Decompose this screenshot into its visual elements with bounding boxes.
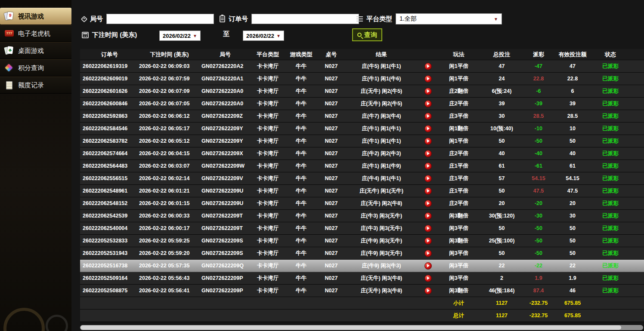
cell-replay <box>418 147 438 159</box>
table-row[interactable]: 260222052509164 2026-02-22 05:56:43 GN02… <box>80 272 644 285</box>
play-replay-button[interactable] <box>424 225 432 232</box>
cell-empty <box>592 310 629 322</box>
query-button[interactable]: 查询 <box>352 28 382 41</box>
cell-table-number: N027 <box>317 222 345 234</box>
play-replay-button[interactable] <box>424 63 432 70</box>
cell-game-type: 牛牛 <box>285 85 317 97</box>
column-header-status: 状态 <box>592 49 629 60</box>
table-row[interactable]: 260222062574664 2026-02-22 06:04:15 GN02… <box>80 147 644 160</box>
table-row[interactable]: 260222062619319 2026-02-22 06:09:03 GN02… <box>80 60 644 73</box>
sidebar-item-table-games[interactable]: 桌面游戏 <box>0 42 71 59</box>
play-replay-button[interactable] <box>424 75 432 83</box>
table-row[interactable]: 260222052516738 2026-02-22 05:57:35 GN02… <box>80 260 644 272</box>
cell-status: 已派彩 <box>592 172 629 184</box>
cell-status: 已派彩 <box>592 123 629 135</box>
play-replay-button[interactable] <box>424 175 432 182</box>
table-row[interactable]: 260222062600846 2026-02-22 06:07:05 GN02… <box>80 98 644 110</box>
column-header-total_bet: 总投注 <box>479 49 524 60</box>
round-number-input[interactable] <box>106 14 214 24</box>
cell-result: 庄(牛3) 闲3(无牛) <box>345 210 418 222</box>
cell-replay <box>418 210 438 222</box>
sidebar-item-video-games[interactable]: 视讯游戏 <box>0 8 71 25</box>
list-icon <box>356 16 363 21</box>
play-replay-button[interactable] <box>424 187 432 195</box>
table-row[interactable]: 260222062548152 2026-02-22 06:01:15 GN02… <box>80 197 644 210</box>
play-replay-button[interactable] <box>424 200 432 207</box>
cell-replay <box>418 135 438 147</box>
play-replay-button[interactable] <box>424 113 432 120</box>
table-row[interactable]: 260222062601626 2026-02-22 06:07:09 GN02… <box>80 85 644 98</box>
cell-table-number: N027 <box>317 60 345 72</box>
cell-result: 庄(牛9) 闲3(无牛) <box>345 247 418 259</box>
table-row[interactable]: 260222062540004 2026-02-22 06:00:17 GN02… <box>80 222 644 235</box>
order-number-input[interactable] <box>251 14 359 24</box>
cell-table-number: N027 <box>317 73 345 85</box>
cell-empty <box>200 310 251 322</box>
table-row[interactable]: 260222052532833 2026-02-22 05:59:25 GN02… <box>80 235 644 247</box>
cell-result: 庄(牛2) 闲2(牛3) <box>345 147 418 159</box>
date-to-select[interactable]: 2026/02/22 ▼ <box>243 31 284 41</box>
cell-payout: -10 <box>524 123 553 135</box>
cards-icon <box>4 12 14 21</box>
play-replay-button[interactable] <box>424 88 432 95</box>
table-row[interactable]: 260222062592863 2026-02-22 06:06:12 GN02… <box>80 110 644 123</box>
tag-icon <box>81 15 88 22</box>
sidebar-item-slot-machines[interactable]: 电子老虎机 <box>0 25 71 42</box>
table-row[interactable]: 260222052531943 2026-02-22 05:59:20 GN02… <box>80 247 644 260</box>
play-replay-button[interactable] <box>424 125 432 132</box>
cell-result: 庄(牛7) 闲3(牛4) <box>345 110 418 122</box>
horizontal-scrollbar[interactable] <box>80 325 643 330</box>
bet-time-label: 下注时间 (美东) <box>92 31 137 39</box>
clipboard-icon <box>220 15 225 22</box>
cell-extra <box>629 160 644 172</box>
cell-round-number: GN0272622209Q <box>200 260 251 272</box>
cell-extra <box>629 135 644 147</box>
cell-platform-type: 卡卡湾厅 <box>251 235 285 247</box>
cell-valid-bet: 50 <box>553 222 592 234</box>
table-row[interactable]: 260222062583782 2026-02-22 06:05:12 GN02… <box>80 135 644 147</box>
cell-replay <box>418 235 438 247</box>
play-replay-button[interactable] <box>424 100 432 107</box>
cell-replay <box>418 272 438 284</box>
play-replay-button[interactable] <box>424 212 432 220</box>
subtotal-row: 小计 1127 -232.75 675.85 <box>80 297 644 310</box>
cell-platform-type: 卡卡湾厅 <box>251 260 285 272</box>
table-row[interactable]: 260222062548961 2026-02-22 06:01:21 GN02… <box>80 185 644 197</box>
filter-bar: 局号 订单号 平台类型 1.全部 ▼ 下注时间 (美东) 2026/02/22 … <box>71 10 644 50</box>
table-row[interactable]: 260222062556515 2026-02-22 06:02:14 GN02… <box>80 172 644 185</box>
round-number-label: 局号 <box>90 15 103 23</box>
cell-result: 庄(无牛) 闲3(牛8) <box>345 285 418 297</box>
platform-type-select[interactable]: 1.全部 ▼ <box>396 13 502 25</box>
play-replay-button[interactable] <box>424 250 432 257</box>
cell-status: 已派彩 <box>592 197 629 209</box>
cell-game-type: 牛牛 <box>285 135 317 147</box>
cell-round-number: GN0272622209Y <box>200 123 251 135</box>
sidebar-item-points-query[interactable]: 积分查询 <box>0 59 71 77</box>
date-from-value: 2026/02/22 <box>163 33 191 39</box>
table-row[interactable]: 260222062609019 2026-02-22 06:07:59 GN02… <box>80 73 644 85</box>
date-from-select[interactable]: 2026/02/22 ▼ <box>159 31 201 41</box>
play-replay-button[interactable] <box>424 138 432 145</box>
table-row[interactable]: 260222062584546 2026-02-22 06:05:17 GN02… <box>80 123 644 135</box>
play-replay-button[interactable] <box>424 262 432 270</box>
cell-replay <box>418 285 438 297</box>
play-replay-button[interactable] <box>424 237 432 245</box>
cell-game-type: 牛牛 <box>285 210 317 222</box>
table-row[interactable]: 260222052508875 2026-02-22 05:56:41 GN02… <box>80 285 644 297</box>
play-replay-button[interactable] <box>424 162 432 170</box>
play-replay-button[interactable] <box>424 287 432 294</box>
cell-game-type: 牛牛 <box>285 185 317 197</box>
cell-order-number: 260222062548961 <box>80 185 139 197</box>
scrollbar-thumb[interactable] <box>80 325 621 330</box>
cell-extra <box>629 247 644 259</box>
search-icon <box>357 33 362 37</box>
table-row[interactable]: 260222062564483 2026-02-22 06:03:07 GN02… <box>80 160 644 172</box>
play-replay-button[interactable] <box>424 150 432 157</box>
sidebar-item-quota-records[interactable]: 额度记录 <box>0 77 71 94</box>
cell-round-number: GN027262220A0 <box>200 98 251 110</box>
decorative-casino-art <box>0 284 71 331</box>
table-row[interactable]: 260222062542539 2026-02-22 06:00:33 GN02… <box>80 210 644 222</box>
cell-bet-type: 庄2平倍 <box>438 197 479 209</box>
play-replay-button[interactable] <box>424 275 432 282</box>
cell-table-number: N027 <box>317 123 345 135</box>
